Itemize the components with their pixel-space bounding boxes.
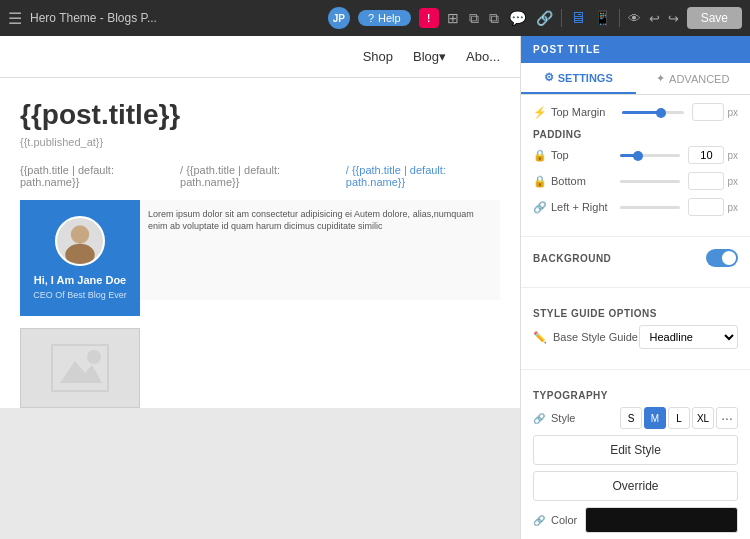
padding-lr-label: Left + Right: [551, 201, 612, 213]
padding-lr-input[interactable]: [688, 198, 724, 216]
nav-about[interactable]: Abo...: [466, 49, 500, 64]
alert-icon[interactable]: !: [419, 8, 439, 28]
size-btn-xl[interactable]: XL: [692, 407, 714, 429]
padding-top-unit: px: [727, 150, 738, 161]
placeholder-image: [20, 328, 140, 408]
topbar: ☰ Hero Theme - Blogs P... JP ? Help ! ⊞ …: [0, 0, 750, 36]
published-at-var: {{t.published_at}}: [20, 136, 500, 148]
hero-section: {{post.title}} {{t.published_at}} {{path…: [0, 78, 520, 408]
settings-gear-icon: ⚙: [544, 71, 554, 84]
mobile-icon[interactable]: 📱: [594, 10, 611, 26]
color-row: 🔗 Color: [533, 507, 738, 533]
grid-icon[interactable]: ⊞: [447, 10, 459, 26]
eye-icon[interactable]: 👁: [628, 11, 641, 26]
svg-point-4: [87, 350, 101, 364]
typography-style-row: 🔗 Style S M L XL ···: [533, 407, 738, 429]
blog-text: Lorem ipsum dolor sit am consectetur adi…: [140, 200, 500, 300]
size-btn-l[interactable]: L: [668, 407, 690, 429]
divider: [561, 9, 562, 27]
base-style-guide-select[interactable]: Headline Body Custom: [639, 325, 739, 349]
canvas-content: {{post.title}} {{t.published_at}} {{path…: [0, 78, 520, 408]
background-toggle[interactable]: [706, 249, 738, 267]
page-title: Hero Theme - Blogs P...: [30, 11, 320, 25]
tab-settings[interactable]: ⚙ SETTINGS: [521, 63, 636, 94]
tab-advanced[interactable]: ✦ ADVANCED: [636, 63, 751, 94]
top-margin-unit: px: [727, 107, 738, 118]
main-layout: Shop Blog▾ Abo... {{post.title}} {{t.pub…: [0, 36, 750, 539]
redo-icon[interactable]: ↪: [668, 11, 679, 26]
pencil-icon: ✏️: [533, 331, 547, 344]
edit-style-button[interactable]: Edit Style: [533, 435, 738, 465]
divider-1: [521, 236, 750, 237]
style-guide-title: STYLE GUIDE OPTIONS: [533, 308, 738, 319]
padding-lr-unit: px: [727, 202, 738, 213]
divider-3: [521, 369, 750, 370]
divider2: [619, 9, 620, 27]
base-style-guide-row: ✏️ Base Style Guide Headline Body Custom: [533, 325, 738, 349]
padding-top-row: 🔒 Top 10 px: [533, 146, 738, 164]
padding-lr-row: 🔗 Left + Right px: [533, 198, 738, 216]
style-label: Style: [551, 412, 620, 424]
save-button[interactable]: Save: [687, 7, 742, 29]
top-margin-input[interactable]: [692, 103, 724, 121]
top-margin-label: Top Margin: [551, 106, 614, 118]
padding-lr-slider[interactable]: [620, 206, 681, 209]
padding-top-lock-icon: 🔒: [533, 149, 547, 162]
background-label: BACKGROUND: [533, 253, 706, 264]
link2-icon: ⚡: [533, 106, 547, 119]
background-row: BACKGROUND: [533, 249, 738, 267]
typography-title: TYPOGRAPHY: [533, 390, 738, 401]
padding-section-title: PADDING: [533, 129, 738, 140]
margin-section: ⚡ Top Margin px PADDING 🔒 Top: [521, 95, 750, 232]
typography-section: TYPOGRAPHY 🔗 Style S M L XL ··· Edit Sty…: [521, 374, 750, 539]
svg-point-1: [65, 243, 94, 265]
breadcrumbs: {{path.title | default: path.name}} / {{…: [20, 164, 500, 188]
top-margin-slider[interactable]: [622, 111, 685, 114]
avatar[interactable]: JP: [328, 7, 350, 29]
padding-top-slider[interactable]: [620, 154, 681, 157]
padding-lr-link-icon: 🔗: [533, 201, 547, 214]
padding-bottom-lock-icon: 🔒: [533, 175, 547, 188]
padding-bottom-label: Bottom: [551, 175, 612, 187]
panel-tabs: ⚙ SETTINGS ✦ ADVANCED: [521, 63, 750, 95]
post-title-var: {{post.title}}: [20, 98, 500, 132]
help-button[interactable]: ? Help: [358, 10, 411, 26]
desktop-icon[interactable]: 🖥: [570, 9, 586, 27]
padding-bottom-row: 🔒 Bottom px: [533, 172, 738, 190]
breadcrumb-3: / {{path.title | default: path.name}}: [346, 164, 500, 188]
size-btn-s[interactable]: S: [620, 407, 642, 429]
color-swatch[interactable]: [585, 507, 738, 533]
size-btn-more[interactable]: ···: [716, 407, 738, 429]
profile-card: Hi, I Am Jane Doe CEO Of Best Blog Ever: [20, 200, 140, 316]
comment-icon[interactable]: 💬: [509, 10, 526, 26]
layers-icon[interactable]: ⧉: [469, 10, 479, 27]
svg-marker-3: [60, 361, 102, 383]
padding-bottom-slider[interactable]: [620, 180, 681, 183]
undo-icon[interactable]: ↩: [649, 11, 660, 26]
padding-top-label: Top: [551, 149, 612, 161]
override-button[interactable]: Override: [533, 471, 738, 501]
padding-bottom-input[interactable]: [688, 172, 724, 190]
toggle-knob: [722, 251, 736, 265]
nav-shop[interactable]: Shop: [363, 49, 393, 64]
breadcrumb-sep-2: [338, 164, 342, 188]
size-btn-m[interactable]: M: [644, 407, 666, 429]
copy-icon[interactable]: ⧉: [489, 10, 499, 27]
background-section: BACKGROUND: [521, 241, 750, 283]
breadcrumb-sep-1: [172, 164, 176, 188]
canvas-nav: Shop Blog▾ Abo...: [0, 36, 520, 78]
base-style-guide-label: Base Style Guide: [553, 331, 639, 343]
profile-role: CEO Of Best Blog Ever: [32, 290, 128, 300]
divider-2: [521, 287, 750, 288]
menu-icon[interactable]: ☰: [8, 9, 22, 28]
link-icon[interactable]: 🔗: [536, 10, 553, 26]
canvas-area: Shop Blog▾ Abo... {{post.title}} {{t.pub…: [0, 36, 520, 539]
profile-name: Hi, I Am Jane Doe: [32, 274, 128, 287]
style-guide-section: STYLE GUIDE OPTIONS ✏️ Base Style Guide …: [521, 292, 750, 365]
padding-top-input[interactable]: 10: [688, 146, 724, 164]
color-link-icon: 🔗: [533, 515, 545, 526]
card-section: Hi, I Am Jane Doe CEO Of Best Blog Ever …: [20, 200, 500, 316]
top-margin-row: ⚡ Top Margin px: [533, 103, 738, 121]
color-label: Color: [551, 514, 577, 526]
nav-blog[interactable]: Blog▾: [413, 49, 446, 64]
